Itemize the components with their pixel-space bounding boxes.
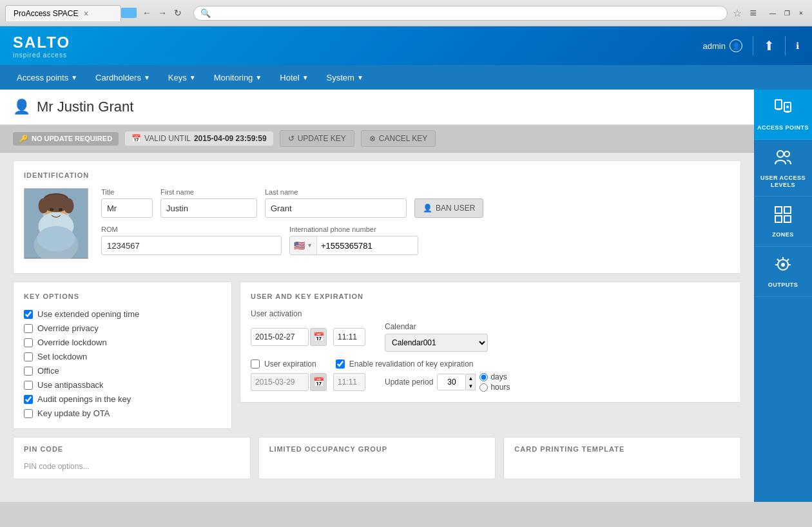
checkbox-audit-openings[interactable]: Audit openings in the key (24, 394, 221, 404)
activation-time-input[interactable] (333, 328, 365, 346)
bookmark-icon[interactable]: ☆ (733, 7, 742, 19)
days-radio[interactable] (479, 373, 488, 381)
menu-hotel[interactable]: Hotel ▼ (271, 65, 317, 90)
hours-radio-label[interactable]: hours (479, 383, 510, 392)
sidebar-item-access-points[interactable]: ACCESS POINTS (754, 90, 812, 140)
checkbox-extended-opening[interactable]: Use extended opening time (24, 309, 221, 319)
search-icon: 🔍 (200, 8, 211, 18)
sidebar: ACCESS POINTS USER ACCESS LEVELS (754, 90, 812, 502)
minimize-button[interactable]: — (767, 7, 778, 19)
admin-label: admin (703, 41, 726, 51)
revalidation-checkbox[interactable] (336, 359, 345, 369)
menu-keys[interactable]: Keys ▼ (159, 65, 205, 90)
checkbox-override-lockdown[interactable]: Override lockdown (24, 338, 221, 347)
revalidation-checkbox-label[interactable]: Enable revalidation of key expiration (336, 359, 474, 369)
key-icon: 🔑 (19, 135, 28, 143)
checkbox-office[interactable]: Office (24, 366, 221, 376)
firstname-input[interactable] (160, 198, 257, 218)
status-label: NO UPDATE REQUIRED (32, 135, 112, 142)
phone-number-input[interactable] (317, 241, 418, 251)
menu-cardholders[interactable]: Cardholders ▼ (86, 65, 159, 90)
override-lockdown-checkbox[interactable] (24, 338, 33, 347)
firstname-label: First name (160, 188, 257, 196)
menu-arrow-icon: ▼ (302, 74, 309, 81)
extended-opening-checkbox[interactable] (24, 310, 33, 319)
valid-until-date: 2015-04-09 23:59:59 (194, 134, 267, 143)
ban-label: BAN USER (436, 204, 475, 213)
expiration-time-input[interactable] (333, 373, 365, 391)
menu-arrow-icon: ▼ (255, 74, 262, 81)
menu-arrow-icon: ▼ (189, 74, 196, 81)
page-title-icon: 👤 (13, 99, 30, 115)
user-expiration-checkbox[interactable] (251, 359, 260, 369)
override-privacy-checkbox[interactable] (24, 324, 33, 333)
days-label: days (490, 372, 507, 381)
activation-calendar-button[interactable]: 📅 (310, 328, 327, 346)
title-label: Title (101, 188, 153, 196)
phone-flag[interactable]: 🇺🇸 ▼ (290, 236, 317, 254)
maximize-button[interactable]: ❐ (781, 7, 793, 19)
forward-button[interactable]: → (157, 8, 168, 18)
menu-system[interactable]: System ▼ (318, 65, 372, 90)
cancel-key-label: CANCEL KEY (379, 134, 428, 143)
reload-button[interactable]: ↻ (173, 8, 183, 18)
period-down-button[interactable]: ▼ (466, 382, 475, 390)
sidebar-item-user-access-levels[interactable]: USER ACCESS LEVELS (754, 140, 812, 197)
hours-radio[interactable] (479, 383, 488, 392)
close-window-button[interactable]: × (795, 7, 807, 19)
expiration-calendar-button[interactable]: 📅 (310, 373, 327, 391)
audit-openings-checkbox[interactable] (24, 395, 33, 404)
title-input[interactable] (101, 198, 153, 218)
sidebar-item-outputs[interactable]: OUTPUTS (754, 247, 812, 297)
browser-tab[interactable]: ProAccess SPACE × (5, 5, 121, 21)
checkbox-set-lockdown[interactable]: Set lockdown (24, 352, 221, 361)
ban-icon: 👤 (423, 204, 432, 213)
app-logo: SALTO inspired access (13, 34, 70, 59)
period-value-input[interactable] (437, 374, 466, 390)
key-update-ota-checkbox[interactable] (24, 409, 33, 418)
admin-area[interactable]: admin 👤 (703, 39, 742, 52)
cancel-key-button[interactable]: ⊗ CANCEL KEY (361, 130, 436, 147)
pin-placeholder: PIN code options... (24, 462, 240, 471)
update-key-icon: ↺ (288, 134, 295, 143)
update-key-button[interactable]: ↺ UPDATE KEY (280, 130, 354, 147)
checkbox-key-update-ota[interactable]: Key update by OTA (24, 408, 221, 418)
sidebar-item-zones[interactable]: ZONES (754, 196, 812, 247)
menu-bar: Access points ▼ Cardholders ▼ Keys ▼ Mon… (0, 65, 812, 90)
user-access-levels-icon (773, 148, 793, 172)
user-expiration-section: USER AND KEY EXPIRATION User activation … (240, 282, 741, 403)
app-header: SALTO inspired access admin 👤 ⬆ ℹ (0, 26, 812, 65)
calendar-select[interactable]: Calendar001 (385, 334, 488, 352)
limited-occupancy-section: LIMITED OCCUPANCY GROUP (258, 437, 496, 479)
user-expiration-title: USER AND KEY EXPIRATION (251, 292, 730, 300)
tab-close-button[interactable]: × (83, 8, 88, 19)
lastname-input[interactable] (265, 198, 407, 218)
cancel-key-icon: ⊗ (369, 134, 376, 143)
new-tab-button[interactable] (121, 8, 137, 18)
back-button[interactable]: ← (142, 8, 152, 18)
help-icon[interactable]: ℹ (796, 41, 799, 51)
user-expiration-checkbox-label[interactable]: User expiration (251, 359, 316, 369)
header-divider2 (785, 36, 786, 55)
days-radio-label[interactable]: days (479, 372, 510, 381)
office-checkbox[interactable] (24, 367, 33, 376)
menu-icon[interactable]: ≡ (749, 6, 757, 20)
rom-input[interactable] (101, 236, 282, 255)
menu-monitoring[interactable]: Monitoring ▼ (205, 65, 271, 90)
period-up-button[interactable]: ▲ (466, 374, 475, 382)
expiration-date-input[interactable] (251, 373, 309, 391)
page-header: 👤 Mr Justin Grant (0, 90, 754, 125)
set-lockdown-checkbox[interactable] (24, 352, 33, 361)
update-key-label: UPDATE KEY (298, 134, 346, 143)
update-icon[interactable]: ⬆ (764, 38, 775, 53)
lastname-label: Last name (265, 188, 407, 196)
checkbox-override-privacy[interactable]: Override privacy (24, 323, 221, 333)
checkbox-antipassback[interactable]: Use antipassback (24, 380, 221, 390)
hours-label: hours (490, 383, 510, 392)
address-input[interactable] (215, 8, 720, 18)
ban-user-button[interactable]: 👤 BAN USER (414, 198, 483, 218)
user-photo (24, 188, 88, 259)
antipassback-checkbox[interactable] (24, 381, 33, 390)
activation-date-input[interactable] (251, 328, 309, 346)
menu-access-points[interactable]: Access points ▼ (8, 65, 86, 90)
